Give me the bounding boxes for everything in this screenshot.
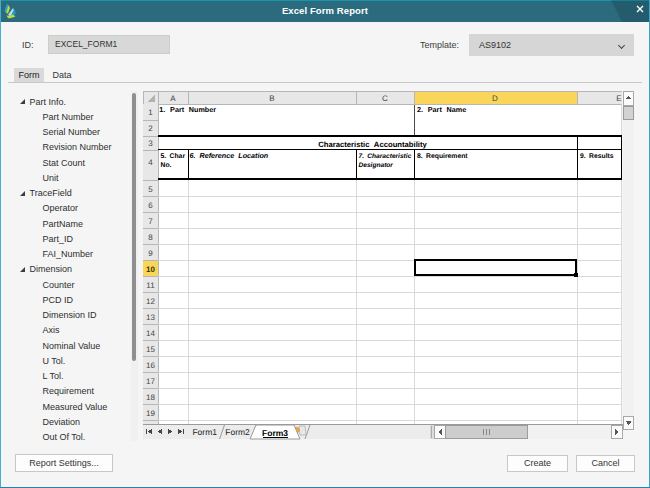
svg-text:17: 17 [146,377,155,386]
svg-text:7. Characteristic: 7. Characteristic [359,153,412,160]
svg-text:1. Part Number: 1. Part Number [159,105,216,114]
svg-text:8: 8 [148,233,153,242]
svg-text:16: 16 [146,361,155,370]
svg-text:Designator: Designator [359,162,394,169]
svg-text:Form3: Form3 [262,428,288,438]
svg-text:13: 13 [146,313,155,322]
svg-text:B: B [269,94,274,103]
svg-text:12: 12 [146,297,155,306]
svg-text:5. Char: 5. Char [161,153,186,160]
svg-text:C: C [382,94,388,103]
svg-text:2. Part Name: 2. Part Name [417,105,466,114]
svg-text:19: 19 [146,409,155,418]
svg-text:4: 4 [148,158,153,167]
svg-text:1: 1 [148,108,153,117]
svg-text:Form1: Form1 [192,427,217,437]
svg-text:5: 5 [148,185,153,194]
svg-text:A: A [170,94,176,103]
svg-text:2: 2 [148,124,153,133]
svg-text:14: 14 [146,329,155,338]
svg-text:7: 7 [148,217,153,226]
svg-text:10: 10 [146,265,155,274]
svg-text:11: 11 [146,281,155,290]
svg-text:6. Reference Location: 6. Reference Location [190,151,269,160]
svg-text:Form2: Form2 [225,427,250,437]
svg-text:18: 18 [146,393,155,402]
svg-text:9. Results: 9. Results [580,153,614,160]
svg-text:15: 15 [146,345,155,354]
svg-text:E: E [616,94,621,103]
svg-text:No.: No. [161,162,172,169]
svg-text:D: D [492,94,498,103]
svg-text:9: 9 [148,249,153,258]
svg-text:6: 6 [148,201,153,210]
svg-text:3: 3 [148,139,153,148]
svg-text:Characteristic Accountability: Characteristic Accountability [318,140,427,149]
svg-text:8. Requirement: 8. Requirement [417,153,468,160]
